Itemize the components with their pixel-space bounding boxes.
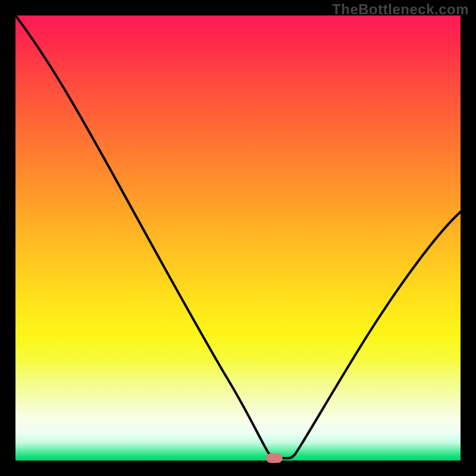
- curve-path: [15, 15, 461, 458]
- bottleneck-curve: [15, 15, 461, 461]
- watermark-text: TheBottleneck.com: [332, 1, 469, 18]
- chart-container: TheBottleneck.com: [0, 0, 476, 476]
- plot-area: [15, 15, 461, 461]
- optimal-marker: [266, 453, 283, 463]
